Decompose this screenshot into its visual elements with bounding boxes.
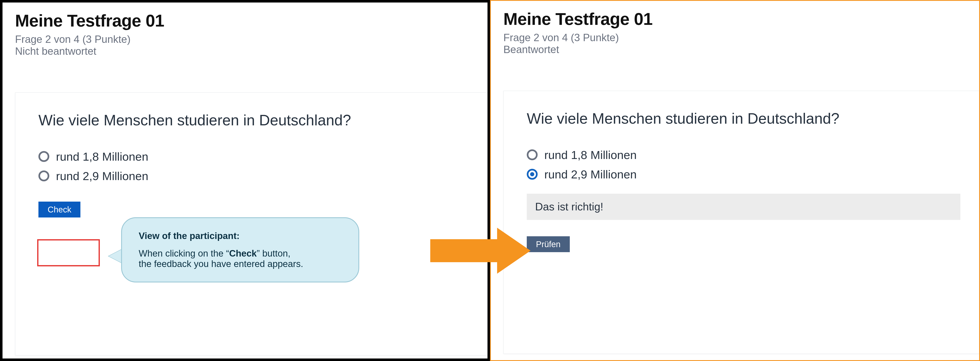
option-label: rund 1,8 Millionen bbox=[56, 150, 148, 163]
question-title: Meine Testfrage 01 bbox=[503, 9, 967, 29]
radio-icon[interactable] bbox=[38, 170, 49, 181]
option-label: rund 1,8 Millionen bbox=[544, 148, 636, 162]
question-text: Wie viele Menschen studieren in Deutschl… bbox=[38, 111, 469, 129]
question-card: Wie viele Menschen studieren in Deutschl… bbox=[503, 91, 979, 354]
option-row[interactable]: rund 2,9 Millionen bbox=[38, 169, 469, 183]
radio-icon[interactable] bbox=[527, 169, 538, 180]
question-header: Meine Testfrage 01 Frage 2 von 4 (3 Punk… bbox=[491, 1, 979, 57]
radio-icon[interactable] bbox=[527, 149, 538, 160]
radio-icon[interactable] bbox=[38, 151, 49, 162]
transition-arrow-icon bbox=[430, 228, 531, 274]
question-text: Wie viele Menschen studieren in Deutschl… bbox=[527, 110, 960, 127]
option-label: rund 2,9 Millionen bbox=[56, 169, 148, 183]
question-header: Meine Testfrage 01 Frage 2 von 4 (3 Punk… bbox=[3, 3, 487, 59]
question-status: Beantwortet bbox=[503, 44, 967, 55]
check-button[interactable]: Check bbox=[38, 202, 80, 218]
callout-line: When clicking on the “Check” button, bbox=[139, 248, 342, 259]
panel-after: Meine Testfrage 01 Frage 2 von 4 (3 Punk… bbox=[490, 0, 980, 361]
explanation-callout: View of the participant: When clicking o… bbox=[121, 217, 359, 283]
option-row[interactable]: rund 1,8 Millionen bbox=[38, 150, 469, 163]
option-row[interactable]: rund 2,9 Millionen bbox=[527, 167, 960, 181]
check-button[interactable]: Prüfen bbox=[527, 236, 570, 252]
option-row[interactable]: rund 1,8 Millionen bbox=[527, 148, 960, 162]
option-label: rund 2,9 Millionen bbox=[544, 167, 636, 181]
question-title: Meine Testfrage 01 bbox=[15, 11, 475, 30]
panel-before: Meine Testfrage 01 Frage 2 von 4 (3 Punk… bbox=[0, 0, 490, 361]
question-status: Nicht beantwortet bbox=[15, 46, 475, 57]
feedback-message: Das ist richtig! bbox=[527, 194, 960, 219]
callout-heading: View of the participant: bbox=[139, 231, 240, 241]
callout-line: the feedback you have entered appears. bbox=[139, 259, 342, 269]
question-meta: Frage 2 von 4 (3 Punkte) Beantwortet bbox=[503, 32, 967, 55]
question-meta: Frage 2 von 4 (3 Punkte) Nicht beantwort… bbox=[15, 34, 475, 57]
question-progress: Frage 2 von 4 (3 Punkte) bbox=[15, 34, 475, 45]
question-progress: Frage 2 von 4 (3 Punkte) bbox=[503, 32, 967, 43]
